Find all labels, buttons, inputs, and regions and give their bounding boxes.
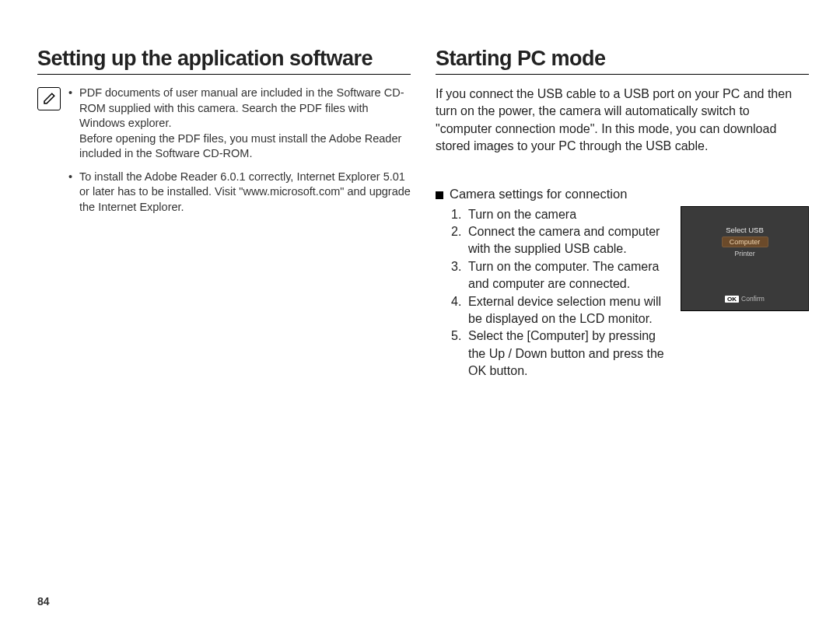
note-bullet-item: PDF documents of user manual are include…: [68, 86, 411, 162]
subheading-row: Camera settings for connection: [436, 187, 809, 201]
step-item: Connect the camera and computer with the…: [451, 223, 670, 258]
page-number: 84: [37, 595, 50, 608]
right-column: Starting PC mode If you connect the USB …: [436, 47, 809, 380]
lcd-title: Select USB: [726, 226, 764, 234]
lcd-footer: OKConfirm: [681, 295, 808, 303]
note-block: PDF documents of user manual are include…: [37, 86, 411, 223]
lcd-screenshot: Select USB Computer Printer OKConfirm: [681, 206, 809, 311]
subheading-text: Camera settings for connection: [450, 187, 627, 201]
note-bullet-item: To install the Adobe Reader 6.0.1 correc…: [68, 170, 411, 215]
step-item: Select the [Computer] by pressing the Up…: [451, 328, 670, 380]
step-item: Turn on the camera: [451, 206, 670, 223]
heading-setup-software: Setting up the application software: [37, 47, 411, 75]
intro-paragraph: If you connect the USB cable to a USB po…: [436, 86, 809, 156]
note-icon: [37, 87, 61, 110]
step-item: Turn on the computer. The camera and com…: [451, 258, 670, 293]
lcd-option-other: Printer: [728, 249, 761, 258]
square-bullet-icon: [436, 191, 443, 199]
steps-list: Turn on the camera Connect the camera an…: [436, 206, 670, 380]
heading-starting-pc-mode: Starting PC mode: [436, 47, 809, 75]
ok-badge: OK: [725, 296, 739, 303]
left-column: Setting up the application software PDF …: [37, 47, 411, 380]
steps-and-lcd-row: Turn on the camera Connect the camera an…: [436, 206, 809, 380]
note-bullet-list: PDF documents of user manual are include…: [68, 86, 411, 223]
step-item: External device selection menu will be d…: [451, 293, 670, 328]
lcd-option-selected: Computer: [722, 236, 768, 247]
lcd-confirm-text: Confirm: [741, 295, 765, 303]
